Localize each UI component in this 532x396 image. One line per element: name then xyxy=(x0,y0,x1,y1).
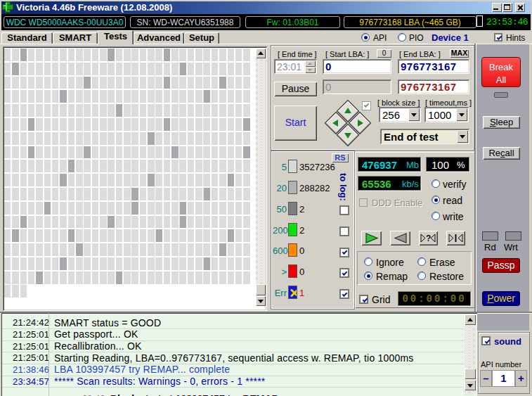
svg-text:?: ? xyxy=(426,234,431,243)
